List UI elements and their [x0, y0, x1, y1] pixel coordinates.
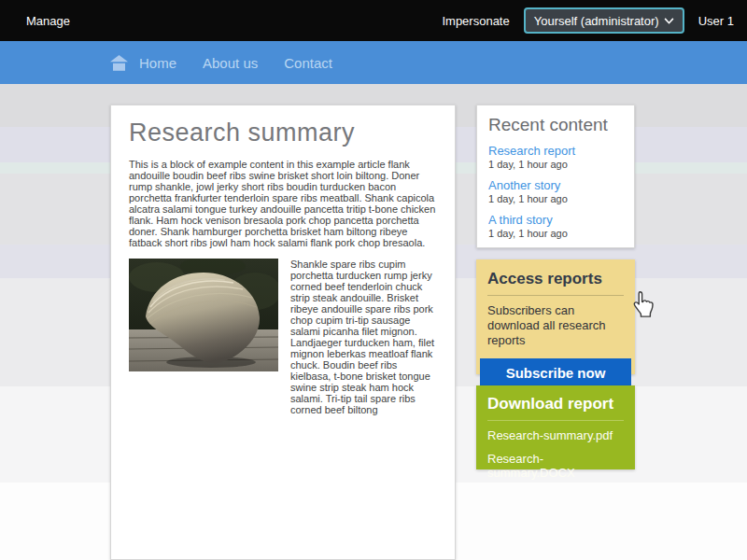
list-item: A third story 1 day, 1 hour ago: [488, 213, 623, 239]
recent-content-title: Recent content: [488, 115, 623, 135]
admin-topbar: Manage Impersonate Yourself (administrat…: [0, 0, 747, 41]
impersonate-selected-value: Yourself (administrator): [534, 14, 659, 28]
article-paragraph-2: Shankle spare ribs cupim porchetta turdu…: [290, 259, 438, 415]
recent-timestamp: 1 day, 1 hour ago: [488, 159, 623, 170]
recent-timestamp: 1 day, 1 hour ago: [488, 228, 623, 239]
current-user-label: User 1: [698, 14, 734, 28]
access-reports-card: Access reports Subscribers can download …: [476, 259, 635, 374]
divider: [487, 295, 624, 296]
topbar-right-group: Impersonate Yourself (administrator) Use…: [442, 7, 734, 34]
article-paragraph-1: This is a block of example content in th…: [129, 159, 438, 248]
article-media-row: Shankle spare ribs cupim porchetta turdu…: [129, 259, 438, 415]
download-link-pdf[interactable]: Research-summary.pdf: [487, 428, 624, 442]
recent-link-research-report[interactable]: Research report: [488, 144, 623, 158]
nav-item-home[interactable]: Home: [139, 55, 176, 71]
article-card: Research summary This is a block of exam…: [110, 105, 456, 560]
recent-link-a-third-story[interactable]: A third story: [488, 213, 623, 227]
main-navbar: Home About us Contact: [0, 41, 747, 84]
list-item: Research report 1 day, 1 hour ago: [488, 144, 623, 170]
impersonate-dropdown[interactable]: Yourself (administrator): [524, 7, 684, 34]
recent-content-card: Recent content Research report 1 day, 1 …: [476, 105, 635, 248]
recent-timestamp: 1 day, 1 hour ago: [488, 193, 623, 204]
access-reports-text: Subscribers can download all research re…: [487, 303, 624, 348]
subscribe-now-button[interactable]: Subscribe now: [480, 358, 631, 387]
download-report-card: Download report Research-summary.pdf Res…: [476, 385, 635, 469]
page-title: Research summary: [129, 119, 438, 147]
list-item: Another story 1 day, 1 hour ago: [488, 178, 623, 204]
home-icon[interactable]: [110, 55, 128, 71]
access-reports-title: Access reports: [487, 270, 624, 288]
manage-link[interactable]: Manage: [26, 14, 70, 28]
impersonate-label: Impersonate: [442, 14, 509, 28]
download-report-title: Download report: [487, 395, 624, 413]
download-link-docx[interactable]: Research-summary.DOCX: [487, 452, 624, 480]
nav-item-contact[interactable]: Contact: [284, 55, 332, 71]
page: Manage Impersonate Yourself (administrat…: [0, 0, 747, 560]
recent-link-another-story[interactable]: Another story: [488, 178, 623, 192]
clam-shell-photo: [129, 259, 278, 371]
chevron-down-icon: [664, 18, 674, 24]
nav-item-about-us[interactable]: About us: [203, 55, 258, 71]
divider: [487, 420, 624, 421]
